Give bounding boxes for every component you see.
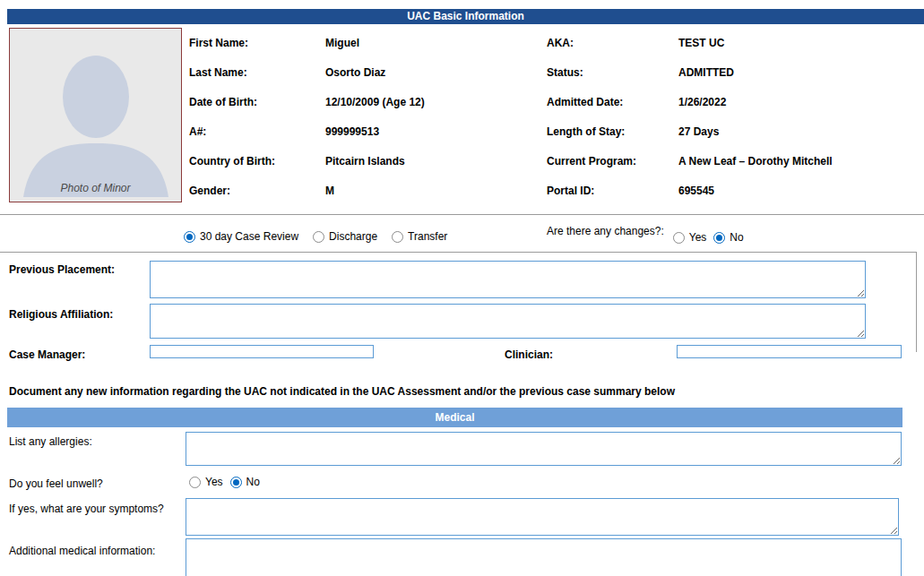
status-value: ADMITTED	[678, 66, 734, 79]
case-manager-label: Case Manager:	[9, 348, 85, 361]
radio-option-label: Yes	[205, 476, 223, 488]
radio-circle-icon	[313, 231, 324, 243]
gender-value: M	[325, 185, 334, 197]
current-program-label: Current Program:	[547, 155, 678, 168]
unwell-question-label: Do you feel unwell?	[9, 477, 103, 490]
aka-value: TEST UC	[678, 37, 724, 49]
medical-section-title: Medical	[435, 411, 474, 424]
new-information-instruction: Document any new information regarding t…	[9, 385, 675, 398]
allergies-textarea[interactable]	[186, 432, 902, 466]
review-type-radio-group: 30 day Case Review Discharge Transfer	[184, 230, 462, 243]
changes-question-group: Are there any changes?: Yes No	[547, 225, 751, 244]
info-row-portal-id: Portal ID: 695545	[547, 176, 833, 205]
photo-of-minor: Photo of Minor	[9, 28, 182, 202]
symptoms-label: If yes, what are your symptoms?	[9, 503, 164, 515]
radio-circle-icon	[713, 232, 725, 244]
date-of-birth-label: Date of Birth:	[189, 96, 325, 108]
first-name-value: Miguel	[325, 37, 359, 49]
current-program-value: A New Leaf – Dorothy Mitchell	[678, 155, 833, 168]
case-manager-input[interactable]	[150, 345, 374, 358]
basic-info-left-column: First Name: Miguel Last Name: Osorto Dia…	[189, 28, 425, 205]
date-of-birth-value: 12/10/2009 (Age 12)	[325, 96, 425, 108]
a-number-label: A#:	[189, 125, 325, 138]
section-divider-bottom	[0, 252, 917, 253]
gender-label: Gender:	[189, 185, 325, 197]
symptoms-textarea[interactable]	[186, 498, 899, 536]
basic-info-right-column: AKA: TEST UC Status: ADMITTED Admitted D…	[547, 28, 833, 205]
basic-info-section-header: UAC Basic Information	[7, 9, 924, 24]
radio-option-transfer[interactable]: Transfer	[392, 230, 447, 243]
portal-id-value: 695545	[678, 185, 714, 197]
last-name-value: Osorto Diaz	[325, 66, 385, 79]
radio-option-label: No	[246, 476, 260, 488]
info-row-status: Status: ADMITTED	[547, 57, 833, 87]
additional-medical-textarea[interactable]	[186, 538, 902, 576]
form-right-border	[916, 252, 917, 352]
status-label: Status:	[547, 66, 678, 79]
info-row-first-name: First Name: Miguel	[189, 28, 425, 57]
previous-placement-label: Previous Placement:	[9, 263, 115, 276]
radio-circle-icon	[184, 231, 195, 243]
radio-circle-icon	[189, 477, 201, 488]
info-row-length-of-stay: Length of Stay: 27 Days	[547, 116, 833, 146]
radio-option-changes-no[interactable]: No	[713, 231, 743, 244]
aka-label: AKA:	[547, 37, 678, 49]
a-number-value: 999999513	[325, 125, 379, 138]
portal-id-label: Portal ID:	[547, 185, 678, 197]
radio-option-label: Transfer	[408, 230, 447, 243]
radio-option-label: 30 day Case Review	[200, 230, 298, 243]
admitted-date-label: Admitted Date:	[547, 96, 678, 108]
radio-option-unwell-no[interactable]: No	[230, 476, 260, 488]
last-name-label: Last Name:	[189, 66, 325, 79]
info-row-current-program: Current Program: A New Leaf – Dorothy Mi…	[547, 146, 833, 176]
radio-option-label: Yes	[689, 231, 707, 244]
uac-case-review-page: UAC Basic Information Photo of Minor Fir…	[0, 0, 924, 576]
radio-circle-icon	[230, 477, 242, 488]
section-divider-top	[0, 214, 924, 215]
admitted-date-value: 1/26/2022	[678, 96, 726, 108]
radio-option-30-day-case-review[interactable]: 30 day Case Review	[184, 230, 298, 243]
radio-circle-icon	[392, 231, 403, 243]
additional-medical-label: Additional medical information:	[9, 545, 155, 557]
basic-info-section-title: UAC Basic Information	[407, 10, 524, 22]
info-row-admitted-date: Admitted Date: 1/26/2022	[547, 87, 833, 116]
info-row-gender: Gender: M	[189, 176, 425, 205]
radio-option-label: No	[730, 231, 743, 244]
photo-caption: Photo of Minor	[10, 182, 181, 194]
radio-circle-icon	[673, 232, 685, 244]
religious-affiliation-label: Religious Affiliation:	[9, 308, 113, 321]
radio-option-unwell-yes[interactable]: Yes	[189, 476, 223, 488]
medical-section-header: Medical	[7, 408, 902, 427]
minor-silhouette-icon	[16, 36, 177, 197]
radio-option-changes-yes[interactable]: Yes	[673, 231, 707, 244]
changes-question-label: Are there any changes?:	[547, 225, 664, 237]
radio-option-label: Discharge	[329, 230, 377, 243]
first-name-label: First Name:	[189, 37, 325, 49]
country-of-birth-value: Pitcairn Islands	[325, 155, 405, 168]
info-row-a-number: A#: 999999513	[189, 116, 425, 146]
info-row-last-name: Last Name: Osorto Diaz	[189, 57, 425, 87]
allergies-label: List any allergies:	[9, 435, 92, 448]
previous-placement-textarea[interactable]	[150, 261, 866, 298]
info-row-country-of-birth: Country of Birth: Pitcairn Islands	[189, 146, 425, 176]
info-row-date-of-birth: Date of Birth: 12/10/2009 (Age 12)	[189, 87, 425, 116]
unwell-radio-group: Yes No	[189, 476, 260, 488]
length-of-stay-value: 27 Days	[678, 125, 719, 138]
length-of-stay-label: Length of Stay:	[547, 125, 678, 138]
clinician-label: Clinician:	[505, 348, 553, 361]
religious-affiliation-textarea[interactable]	[150, 304, 866, 339]
info-row-aka: AKA: TEST UC	[547, 28, 833, 57]
radio-option-discharge[interactable]: Discharge	[313, 230, 377, 243]
clinician-input[interactable]	[677, 345, 902, 358]
country-of-birth-label: Country of Birth:	[189, 155, 325, 168]
